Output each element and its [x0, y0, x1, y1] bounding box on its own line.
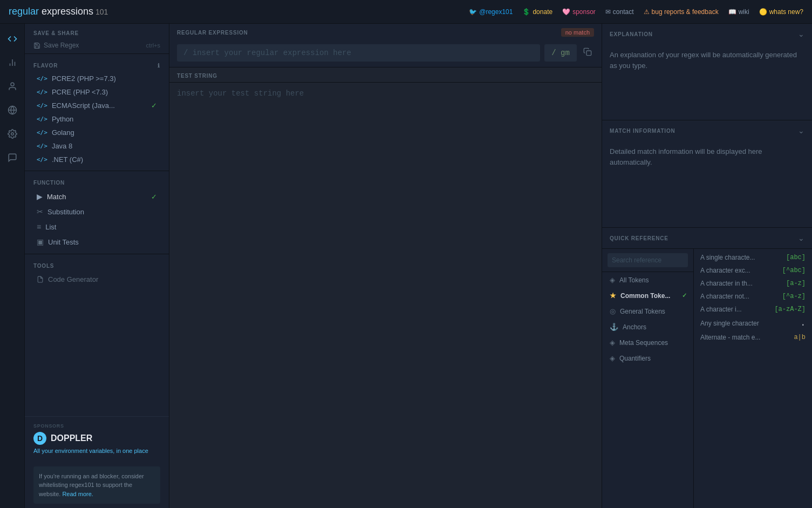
qr-entry-char-range2[interactable]: A character i... [a-zA-Z]: [694, 303, 812, 316]
quick-ref-body: ◈ All Tokens ★ Common Toke... ✓ ◎ Genera…: [602, 249, 812, 508]
quick-ref-left: ◈ All Tokens ★ Common Toke... ✓ ◎ Genera…: [602, 249, 694, 508]
quick-ref-entries: A single characte... [abc] A character e…: [694, 249, 812, 508]
qr-cat-general-tokens[interactable]: ◎ General Tokens: [602, 303, 693, 319]
right-panel: EXPLANATION An explanation of your regex…: [602, 24, 812, 508]
qr-entry-neg-char-class[interactable]: A character exc... [^abc]: [694, 264, 812, 277]
chat-icon[interactable]: [3, 148, 22, 167]
match-info-header[interactable]: MATCH INFORMATION: [602, 120, 812, 141]
regex-status-badge: no match: [561, 28, 594, 37]
test-string-header: TEST STRING: [169, 67, 602, 83]
qr-cat-all-tokens[interactable]: ◈ All Tokens: [602, 272, 693, 288]
whatsnew-link[interactable]: 🟡 whats new?: [759, 8, 803, 16]
regex-copy-button[interactable]: [581, 45, 594, 60]
qr-cat-anchors[interactable]: ⚓ Anchors: [602, 319, 693, 335]
regex-input[interactable]: [177, 44, 540, 62]
sidebar: SAVE & SHARE Save Regex ctrl+s FLAVOR ℹ …: [25, 24, 169, 508]
qr-cat-meta-sequences[interactable]: ◈ Meta Sequences: [602, 335, 693, 350]
flavor-ecmascript[interactable]: </> ECMAScript (Java... ✓: [33, 99, 160, 112]
regex-flags[interactable]: / gm: [544, 44, 577, 62]
qr-entry-char-range[interactable]: A character in th... [a-z]: [694, 277, 812, 290]
center-panel: REGULAR EXPRESSION no match / gm TEST ST…: [169, 24, 602, 508]
svg-point-3: [11, 83, 14, 86]
explanation-section: EXPLANATION An explanation of your regex…: [602, 24, 812, 120]
flavor-info-icon[interactable]: ℹ: [158, 63, 160, 69]
flavor-python[interactable]: </> Python: [33, 112, 160, 126]
common-tokens-icon: ★: [610, 292, 616, 300]
qr-entry-any-char[interactable]: Any single character .: [694, 316, 812, 331]
regex-header: REGULAR EXPRESSION no match: [169, 24, 602, 41]
match-info-content: Detailed match information will be displ…: [602, 141, 812, 227]
wiki-link[interactable]: 📖 wiki: [728, 8, 749, 16]
contact-link[interactable]: ✉ contact: [605, 8, 634, 16]
flavor-section: FLAVOR ℹ </> PCRE2 (PHP >=7.3) </> PCRE …: [25, 56, 169, 168]
function-section: FUNCTION ▶ Match ✓ ✂ Substitution ≡ List…: [25, 173, 169, 252]
code-icon[interactable]: [3, 29, 22, 49]
settings-icon[interactable]: [3, 124, 22, 144]
top-navigation: regular expressions 101 🐦 @regex101 💲 do…: [0, 0, 812, 24]
svg-rect-7: [586, 51, 591, 56]
save-shortcut: ctrl+s: [146, 42, 160, 49]
regex-label: REGULAR EXPRESSION: [177, 30, 248, 36]
quick-ref-categories: ◈ All Tokens ★ Common Toke... ✓ ◎ Genera…: [602, 272, 693, 508]
flavor-java8[interactable]: </> Java 8: [33, 139, 160, 153]
meta-sequences-icon: ◈: [610, 338, 615, 347]
flavor-pcre[interactable]: </> PCRE (PHP <7.3): [33, 85, 160, 99]
twitter-link[interactable]: 🐦 @regex101: [469, 8, 513, 16]
test-string-input[interactable]: [169, 83, 602, 508]
match-info-title: MATCH INFORMATION: [610, 128, 675, 134]
flavor-golang[interactable]: </> Golang: [33, 126, 160, 139]
quick-ref-search-input[interactable]: [608, 253, 688, 267]
quantifiers-icon: ◈: [610, 354, 615, 362]
adblock-read-more-link[interactable]: Read more.: [62, 491, 93, 497]
function-unit-tests[interactable]: ▣ Unit Tests: [33, 234, 160, 249]
function-list[interactable]: ≡ List: [33, 219, 160, 234]
ecmascript-check: ✓: [151, 101, 157, 110]
adblock-notice: If you're running an ad blocker, conside…: [33, 466, 160, 504]
qr-entry-neg-char-range[interactable]: A character not... [^a-z]: [694, 290, 812, 303]
explanation-collapse-icon: [798, 29, 804, 39]
quick-ref-collapse-icon: [798, 233, 804, 243]
quick-ref-search-area: [602, 249, 693, 272]
flavor-dotnet[interactable]: </> .NET (C#): [33, 153, 160, 166]
regex-input-row: / gm: [169, 41, 602, 67]
doppler-icon: D: [33, 432, 46, 445]
logo-regular: regular: [9, 6, 39, 17]
qr-cat-quantifiers[interactable]: ◈ Quantifiers: [602, 350, 693, 366]
qr-cat-common-tokens[interactable]: ★ Common Toke... ✓: [602, 288, 693, 303]
icon-bar: [0, 24, 25, 508]
function-match[interactable]: ▶ Match ✓: [33, 189, 160, 204]
explanation-header[interactable]: EXPLANATION: [602, 24, 812, 44]
tool-code-generator[interactable]: Code Generator: [33, 272, 160, 287]
quick-ref-header[interactable]: QUICK REFERENCE: [602, 228, 812, 249]
donate-link[interactable]: 💲 donate: [522, 8, 552, 16]
stats-icon[interactable]: [3, 53, 22, 72]
tools-section: TOOLS Code Generator: [25, 256, 169, 289]
test-string-section: TEST STRING: [169, 67, 602, 508]
globe-icon[interactable]: [3, 100, 22, 120]
qr-entry-alternate[interactable]: Alternate - match e... a|b: [694, 331, 812, 344]
sponsors-label: SPONSORS: [33, 423, 160, 429]
sponsor-link[interactable]: 🩷 sponsor: [562, 8, 596, 16]
main-layout: SAVE & SHARE Save Regex ctrl+s FLAVOR ℹ …: [0, 24, 812, 508]
quick-ref-title: QUICK REFERENCE: [610, 235, 668, 241]
app-logo: regular expressions 101: [9, 6, 108, 17]
save-share-section: SAVE & SHARE Save Regex ctrl+s: [25, 24, 169, 53]
flavor-title: FLAVOR ℹ: [33, 63, 160, 69]
match-info-collapse-icon: [798, 126, 804, 136]
sponsor-logo[interactable]: D DOPPLER: [33, 432, 160, 445]
save-regex-button[interactable]: Save Regex: [33, 42, 79, 49]
bugreports-link[interactable]: ⚠ bug reports & feedback: [644, 8, 719, 16]
function-substitution[interactable]: ✂ Substitution: [33, 204, 160, 219]
common-tokens-check: ✓: [682, 292, 687, 299]
svg-point-6: [11, 133, 13, 136]
qr-entry-char-class[interactable]: A single characte... [abc]: [694, 251, 812, 264]
match-info-section: MATCH INFORMATION Detailed match informa…: [602, 120, 812, 228]
sponsor-tagline: All your environment variables, in one p…: [33, 447, 160, 455]
flavor-pcre2[interactable]: </> PCRE2 (PHP >=7.3): [33, 72, 160, 85]
anchors-icon: ⚓: [610, 323, 618, 331]
save-share-title: SAVE & SHARE: [33, 30, 160, 36]
all-tokens-icon: ◈: [610, 276, 615, 284]
regex-section: REGULAR EXPRESSION no match / gm: [169, 24, 602, 67]
quick-reference-section: QUICK REFERENCE ◈ All Tokens ★: [602, 228, 812, 508]
user-icon[interactable]: [3, 77, 22, 96]
